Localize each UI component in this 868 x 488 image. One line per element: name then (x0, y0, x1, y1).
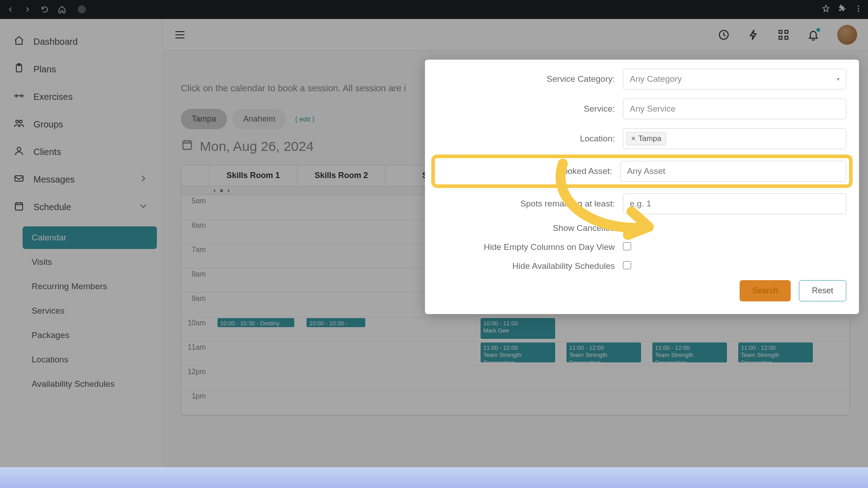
sidebar-item-messages[interactable]: Messages (0, 166, 162, 193)
notification-dot (816, 28, 820, 32)
event[interactable]: 10:00 - 11:00 Mark Gee (481, 318, 555, 339)
service-label: Service: (438, 104, 623, 114)
sidebar-item-groups[interactable]: Groups (0, 111, 162, 138)
event[interactable]: 11:00 - 12:00 Team Strength Reservation (566, 343, 641, 362)
home-button[interactable] (57, 5, 67, 14)
svg-point-7 (17, 147, 21, 151)
site-info-icon[interactable] (78, 5, 86, 14)
search-button[interactable]: Search (740, 280, 791, 301)
hide-empty-checkbox[interactable] (623, 242, 631, 250)
spots-label: Spots remaining at least: (438, 199, 623, 209)
sidebar-item-label: Exercises (33, 92, 73, 102)
sidebar-sub-packages[interactable]: Packages (23, 324, 157, 347)
menu-toggle[interactable] (174, 30, 186, 39)
caret-down-icon: ▾ (837, 76, 840, 82)
service-category-select[interactable]: Any Category▾ (623, 69, 846, 89)
sidebar-sub-services[interactable]: Services (23, 300, 157, 322)
caret-right-icon (226, 188, 231, 193)
pills-edit-link[interactable]: ( edit ) (295, 115, 315, 123)
svg-point-1 (858, 8, 859, 9)
sidebar-item-dashboard[interactable]: Dashboard (0, 28, 162, 56)
mail-icon (14, 173, 24, 186)
menu-icon[interactable] (854, 5, 863, 14)
svg-rect-13 (779, 36, 782, 39)
sidebar-sub-availability[interactable]: Availability Schedules (23, 373, 157, 395)
sidebar: Dashboard Plans Exercises Groups Clients… (0, 19, 163, 488)
event[interactable]: 11:00 - 12:00 Team Strength Reservation (481, 343, 555, 362)
show-cancelled-checkbox[interactable] (623, 223, 631, 231)
sidebar-sub-recurring[interactable]: Recurring Members (23, 275, 157, 298)
pill-tampa[interactable]: Tampa (181, 109, 227, 129)
sidebar-sub-calendar[interactable]: Calendar (23, 226, 157, 249)
sidebar-item-label: Plans (33, 64, 56, 75)
sidebar-sub-locations[interactable]: Locations (23, 348, 157, 371)
reload-button[interactable] (40, 5, 50, 14)
svg-rect-8 (15, 176, 23, 181)
topbar (163, 19, 868, 51)
svg-rect-9 (15, 203, 23, 210)
hide-availability-label: Hide Availability Schedules (438, 261, 623, 271)
sidebar-item-plans[interactable]: Plans (0, 56, 162, 83)
person-icon (14, 145, 24, 159)
main-content: Filters: Location: Tampa , Service: Any … (163, 19, 868, 488)
column-header: Skills Room 1 (209, 165, 297, 186)
sidebar-item-schedule[interactable]: Schedule (0, 193, 162, 221)
caret-left-icon (212, 188, 217, 193)
clipboard-icon (14, 63, 24, 76)
sidebar-item-clients[interactable]: Clients (0, 138, 162, 166)
spots-input[interactable] (623, 193, 846, 214)
column-header: Skills Room 2 (297, 165, 386, 186)
location-tag[interactable]: ×Tampa (626, 132, 666, 145)
svg-point-6 (19, 120, 22, 123)
sidebar-item-label: Dashboard (33, 37, 78, 47)
svg-rect-14 (785, 36, 788, 39)
svg-rect-15 (183, 141, 192, 150)
forward-button[interactable] (23, 5, 33, 14)
booked-asset-label: Booked Asset: (435, 166, 620, 176)
event[interactable]: 10:00 - 10:30 - Maribel (307, 318, 365, 327)
groups-icon (14, 118, 24, 131)
sidebar-item-label: Schedule (33, 202, 71, 212)
bell-icon[interactable] (807, 29, 819, 41)
service-select[interactable]: Any Service (623, 99, 846, 119)
filter-panel: Service Category: Any Category▾ Service:… (425, 60, 859, 314)
sidebar-sub-visits[interactable]: Visits (23, 251, 157, 273)
bottom-glow-bar (0, 467, 868, 488)
svg-rect-12 (785, 30, 788, 33)
pill-anaheim[interactable]: Anaheim (232, 109, 286, 129)
dumbbell-icon (14, 90, 24, 103)
show-cancelled-label: Show Cancelled (438, 223, 623, 233)
home-icon (14, 35, 24, 48)
chevron-down-icon (138, 201, 149, 214)
svg-rect-16 (220, 189, 223, 192)
browser-chrome (0, 0, 868, 19)
svg-point-2 (858, 10, 859, 12)
bolt-icon[interactable] (748, 29, 760, 41)
hide-empty-label: Hide Empty Columns on Day View (438, 242, 623, 252)
event[interactable]: 11:00 - 12:00 Team Strength Reservation (652, 343, 727, 362)
sidebar-item-label: Groups (33, 119, 63, 130)
apps-icon[interactable] (778, 29, 789, 41)
avatar[interactable] (837, 25, 857, 45)
location-select[interactable]: ×Tampa (623, 128, 846, 149)
sidebar-item-exercises[interactable]: Exercises (0, 83, 162, 111)
svg-rect-11 (779, 30, 782, 33)
clock-icon[interactable] (718, 29, 730, 41)
event[interactable]: 11:00 - 12:00 Team Strength Reservation (738, 343, 813, 362)
chevron-right-icon (138, 173, 149, 186)
extensions-icon[interactable] (838, 5, 846, 14)
hide-availability-checkbox[interactable] (623, 261, 631, 269)
calendar-icon (14, 201, 24, 214)
back-button[interactable] (5, 5, 15, 14)
location-label: Location: (438, 134, 623, 144)
schedule-submenu: Calendar Visits Recurring Members Servic… (23, 221, 162, 401)
calendar-icon (181, 138, 193, 154)
service-category-label: Service Category: (438, 74, 623, 84)
event[interactable]: 10:00 - 10:30 - Destiny Chan (217, 318, 294, 327)
reset-button[interactable]: Reset (799, 280, 846, 301)
sidebar-item-label: Clients (33, 147, 61, 157)
svg-point-0 (858, 5, 859, 7)
bookmark-icon[interactable] (822, 5, 830, 14)
booked-asset-input[interactable] (620, 161, 846, 182)
svg-point-5 (16, 120, 19, 123)
